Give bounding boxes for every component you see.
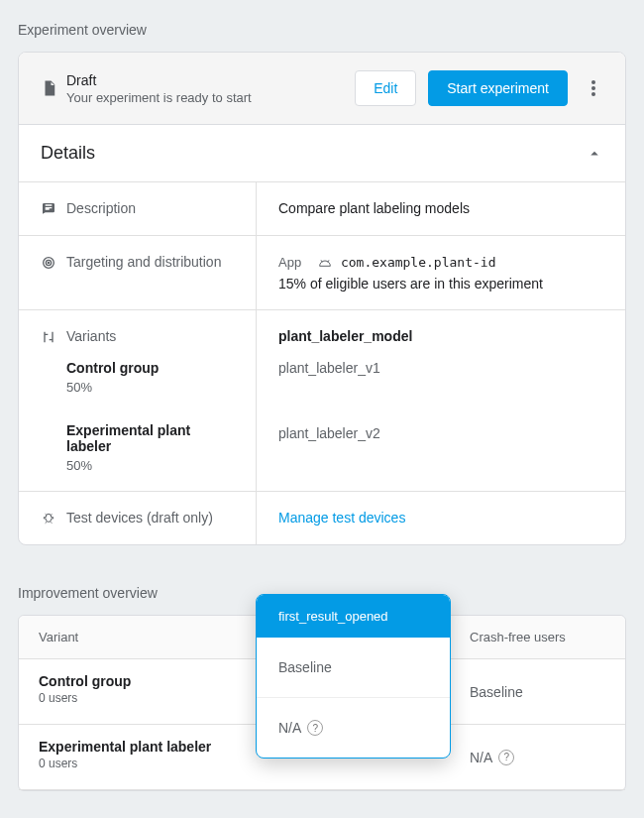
description-label: Description: [66, 200, 136, 217]
status-subtitle: Your experiment is ready to start: [66, 90, 355, 105]
bug-icon: [41, 510, 66, 526]
experiment-card: Draft Your experiment is ready to start …: [18, 52, 626, 545]
improvement-card: Variant Crash-free users Control group 0…: [18, 615, 626, 791]
chevron-up-icon: [586, 145, 603, 163]
primary-metric-overlay: first_result_opened Baseline N/A ?: [256, 594, 451, 759]
overflow-menu-button[interactable]: [580, 80, 607, 96]
col-variant: Variant: [19, 616, 256, 658]
distribution-text: 15% of eligible users are in this experi…: [278, 276, 603, 292]
primary-metric-header[interactable]: first_result_opened: [257, 595, 450, 638]
details-section-toggle[interactable]: Details: [19, 125, 625, 182]
test-devices-label: Test devices (draft only): [66, 510, 213, 526]
variant-value: plant_labeler_v2: [278, 425, 603, 461]
variant-name: Control group: [66, 360, 234, 376]
help-icon[interactable]: ?: [498, 750, 514, 765]
app-prefix: App: [278, 255, 301, 270]
primary-metric-value: N/A: [278, 720, 301, 736]
svg-point-1: [591, 86, 595, 90]
app-id: com.example.plant-id: [341, 255, 496, 270]
primary-metric-value: Baseline: [278, 659, 332, 675]
document-icon: [41, 79, 66, 97]
svg-point-5: [48, 262, 49, 263]
edit-button[interactable]: Edit: [355, 70, 416, 106]
description-value: Compare plant labeling models: [257, 182, 625, 235]
help-icon[interactable]: ?: [307, 720, 323, 736]
variant-pct: 50%: [66, 380, 234, 395]
targeting-label: Targeting and distribution: [66, 254, 221, 292]
svg-point-0: [591, 80, 595, 84]
imp-secondary-value: N/A: [470, 750, 492, 765]
variants-icon: [41, 328, 66, 473]
variant-value: plant_labeler_v1: [278, 360, 603, 396]
target-icon: [41, 254, 66, 292]
android-icon: [317, 257, 333, 269]
details-section-label: Details: [41, 143, 95, 164]
imp-variant-name: Control group: [39, 673, 236, 689]
variants-label: Variants: [66, 328, 234, 344]
status-label: Draft: [66, 72, 355, 88]
card-header: Draft Your experiment is ready to start …: [19, 53, 625, 125]
description-icon: [41, 200, 66, 217]
variant-pct: 50%: [66, 458, 234, 473]
svg-point-7: [326, 263, 327, 264]
imp-variant-users: 0 users: [39, 691, 236, 705]
start-experiment-button[interactable]: Start experiment: [428, 70, 568, 106]
variant-name: Experimental plant labeler: [66, 422, 234, 454]
svg-point-6: [322, 263, 323, 264]
svg-point-2: [591, 92, 595, 96]
imp-variant-users: 0 users: [39, 757, 236, 770]
experiment-overview-title: Experiment overview: [0, 0, 644, 52]
manage-test-devices-link[interactable]: Manage test devices: [278, 510, 405, 526]
imp-secondary-value: Baseline: [470, 684, 523, 700]
param-name: plant_labeler_model: [278, 328, 603, 344]
col-secondary: Crash-free users: [450, 616, 625, 658]
imp-variant-name: Experimental plant labeler: [39, 739, 236, 755]
